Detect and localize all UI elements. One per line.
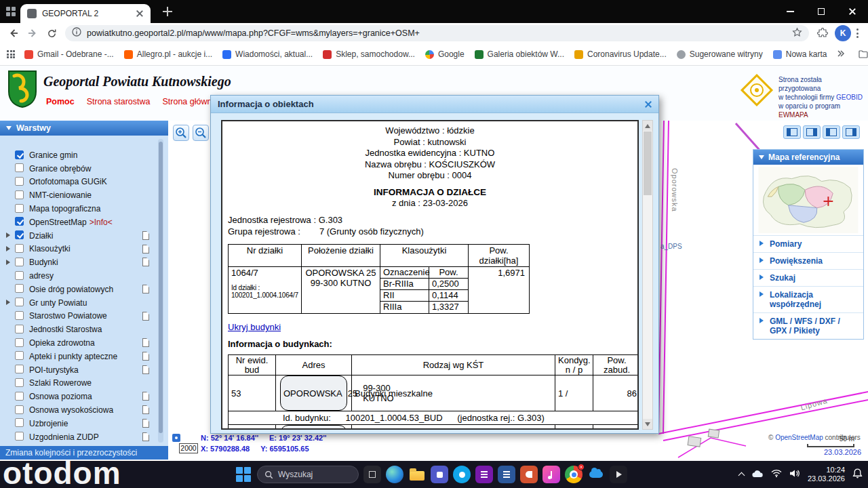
- tray-chevron-up-icon[interactable]: [738, 472, 745, 479]
- sidebar-item-grunty-powiatu[interactable]: Gr unty Powiatu: [0, 296, 157, 310]
- layer-checkbox[interactable]: [15, 284, 24, 293]
- sidebar-item-opieka[interactable]: Opieka zdrowotna: [0, 336, 157, 350]
- chrome-icon[interactable]: [565, 466, 583, 483]
- bookmark-sugerowane[interactable]: Sugerowane witryny: [677, 49, 763, 59]
- sidebar-item-openstreetmap[interactable]: OpenStreetMap>Info<: [0, 216, 157, 229]
- sidebar-item-mapa-topograficzna[interactable]: Mapa topograficzna: [0, 202, 157, 216]
- panel-link-pomiary[interactable]: Pomiary: [753, 235, 863, 252]
- reference-map-image[interactable]: [757, 167, 860, 233]
- hide-buildings-link[interactable]: Ukryj budynki: [228, 322, 281, 332]
- sidebar-item-dzialki[interactable]: Działki: [0, 229, 157, 243]
- wifi-icon[interactable]: [771, 468, 782, 481]
- layer-checkbox[interactable]: [15, 217, 24, 226]
- layer-checkbox[interactable]: [15, 163, 24, 172]
- legend-doc-icon[interactable]: [142, 231, 149, 240]
- sidebar-item-jednostki[interactable]: Jednostki Starostwa: [0, 323, 157, 336]
- expander-icon[interactable]: [6, 260, 10, 265]
- scrollbar-thumb[interactable]: [159, 142, 163, 433]
- scroll-down-icon[interactable]: [643, 419, 652, 429]
- onedrive-icon[interactable]: [587, 466, 605, 483]
- osm-info-link[interactable]: >Info<: [90, 218, 113, 227]
- dialog-titlebar[interactable]: Informacja o obiektach: [211, 96, 658, 113]
- legend-doc-icon[interactable]: [142, 352, 149, 361]
- layer-checkbox[interactable]: [15, 405, 24, 414]
- sidebar-item-nmt[interactable]: NMT-cieniowanie: [0, 188, 157, 202]
- forward-icon[interactable]: [23, 28, 42, 39]
- ewmapa-link[interactable]: EWMAPA: [778, 111, 808, 119]
- sidebar-scrollbar[interactable]: [158, 139, 163, 443]
- expander-icon[interactable]: [6, 300, 10, 305]
- link-pomoc[interactable]: Pomoc: [46, 97, 75, 106]
- layer-checkbox[interactable]: [15, 338, 24, 347]
- layer-checkbox[interactable]: [15, 150, 24, 159]
- legend-doc-icon[interactable]: [142, 285, 149, 293]
- layer-checkbox[interactable]: [15, 230, 24, 239]
- panel-link-gml[interactable]: GML / WFS / DXF / GPX / Pikiety: [753, 312, 863, 339]
- sidebar-item-klasouzytki[interactable]: Klasoużytki: [0, 243, 157, 256]
- geobid-link[interactable]: GEOBID: [836, 94, 863, 101]
- bookmark-galeria[interactable]: Galeria obiektów W...: [475, 49, 564, 59]
- scale-input[interactable]: 2000: [179, 443, 198, 453]
- layer-checkbox[interactable]: [15, 271, 24, 280]
- app-icon-camera[interactable]: [363, 466, 381, 483]
- sidebar-item-osnowa-pozioma[interactable]: Osnowa pozioma: [0, 390, 157, 403]
- layer-checkbox[interactable]: [15, 258, 24, 266]
- legend-doc-icon[interactable]: [142, 258, 149, 266]
- panel-link-powiekszenia[interactable]: Powiększenia: [753, 252, 863, 269]
- taskbar-clock[interactable]: 10:24 23.03.2026: [808, 466, 845, 484]
- windows-start-icon[interactable]: [236, 467, 251, 482]
- word-icon[interactable]: [498, 466, 515, 483]
- sidebar-item-osnowa-wys[interactable]: Osnowa wysokościowa: [0, 403, 157, 417]
- new-tab-button[interactable]: [163, 7, 172, 16]
- sidebar-item-starostwo[interactable]: Starostwo Powiatowe: [0, 310, 157, 323]
- sidebar-item-apteki[interactable]: Apteki i punkty apteczne: [0, 350, 157, 363]
- bookmark-allegro[interactable]: Allegro.pl - aukcje i...: [124, 49, 212, 59]
- legend-doc-icon[interactable]: [142, 245, 149, 253]
- layer-checkbox[interactable]: [15, 418, 24, 427]
- browser-menu-icon[interactable]: [856, 28, 859, 38]
- back-icon[interactable]: [4, 28, 23, 39]
- layer-checkbox[interactable]: [15, 244, 24, 253]
- sidebar-item-uzbrojenie[interactable]: Uzbrojenie: [0, 417, 157, 430]
- bookmarks-overflow-icon[interactable]: [837, 49, 845, 60]
- coordinates-icon[interactable]: [172, 434, 180, 442]
- sidebar-item-poi[interactable]: POI-turystyka: [0, 363, 157, 377]
- layer-checkbox[interactable]: [15, 311, 24, 320]
- tab-search-icon[interactable]: [6, 7, 16, 16]
- panel-link-szukaj[interactable]: Szukaj: [753, 269, 863, 286]
- scroll-up-icon[interactable]: [643, 121, 652, 131]
- url-text[interactable]: powiatkutno.geoportal2.pl/map/www/mapa.p…: [87, 28, 787, 38]
- legend-doc-icon[interactable]: [142, 432, 149, 441]
- legend-doc-icon[interactable]: [142, 338, 149, 347]
- taskbar-search[interactable]: Wyszukaj: [257, 466, 359, 483]
- panel-link-lokalizacja[interactable]: Lokalizacja współrzędnej: [753, 286, 863, 312]
- link-strona-starostwa[interactable]: Strona starostwa: [87, 97, 151, 106]
- legend-doc-icon[interactable]: [142, 312, 149, 321]
- sidebar-item-granice-gmin[interactable]: Granice gmin: [0, 148, 157, 162]
- layer-checkbox[interactable]: [15, 365, 24, 373]
- window-close-button[interactable]: [837, 0, 868, 23]
- legend-doc-icon[interactable]: [142, 419, 149, 428]
- layer-checkbox[interactable]: [15, 351, 24, 360]
- layers-header[interactable]: Warstwy: [0, 121, 168, 136]
- sidebar-item-adresy[interactable]: adresy: [0, 269, 157, 283]
- edge-icon[interactable]: [386, 466, 403, 483]
- tab-close-icon[interactable]: [136, 9, 144, 18]
- video-app-icon[interactable]: [610, 466, 627, 483]
- zoom-in-button[interactable]: [173, 125, 189, 141]
- layer-checkbox[interactable]: [15, 204, 24, 213]
- bookmark-nowa-karta[interactable]: Nowa karta: [773, 49, 827, 59]
- browser-tab[interactable]: GEOPORTAL 2: [20, 4, 151, 23]
- layer-checkbox[interactable]: [15, 392, 24, 401]
- sidebar-item-osie-drog[interactable]: Osie dróg powiatowych: [0, 283, 157, 296]
- dialog-scrollbar[interactable]: [642, 120, 653, 430]
- file-explorer-icon[interactable]: [408, 466, 426, 483]
- onenote-icon[interactable]: [475, 466, 493, 483]
- sidebar-item-zudp[interactable]: Uzgodnienia ZUDP: [0, 430, 157, 444]
- site-info-icon[interactable]: [72, 27, 81, 39]
- address-bar[interactable]: powiatkutno.geoportal2.pl/map/www/mapa.p…: [65, 25, 809, 41]
- window-maximize-button[interactable]: [806, 0, 837, 23]
- panel-toggle-icon-2[interactable]: [803, 125, 821, 139]
- layer-checkbox[interactable]: [15, 325, 24, 333]
- bookmark-coronavirus[interactable]: Coronavirus Update...: [574, 49, 667, 59]
